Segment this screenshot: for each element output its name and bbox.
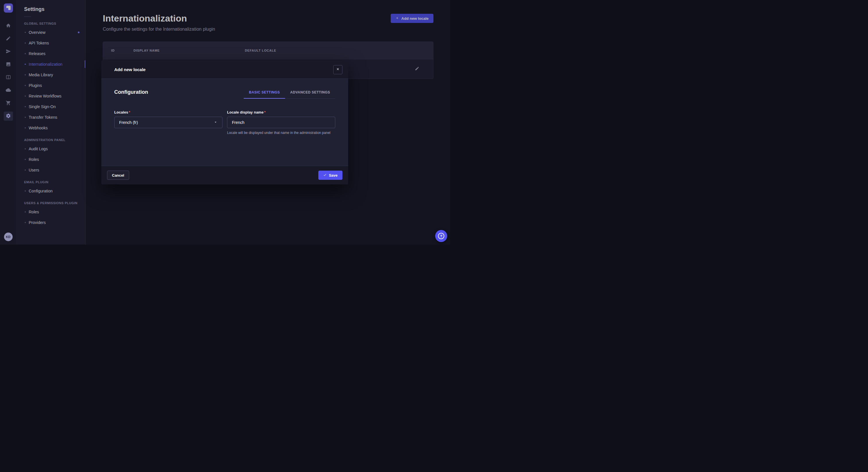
display-name-hint: Locale will be displayed under that name… xyxy=(227,131,335,135)
required-asterisk: * xyxy=(129,110,130,114)
modal-header: Add new locale xyxy=(101,61,348,79)
chevron-down-icon xyxy=(214,120,218,125)
locale-display-name-input[interactable] xyxy=(227,117,335,128)
save-button[interactable]: Save xyxy=(318,171,342,180)
tab-advanced-settings[interactable]: ADVANCED SETTINGS xyxy=(285,90,335,99)
close-button[interactable] xyxy=(333,65,342,74)
modal-title: Add new locale xyxy=(114,67,146,72)
help-button[interactable]: ? xyxy=(435,230,447,242)
modal-body: Configuration BASIC SETTINGS ADVANCED SE… xyxy=(101,79,348,166)
required-asterisk: * xyxy=(264,110,266,114)
add-locale-modal: Add new locale Configuration BASIC SETTI… xyxy=(101,61,348,184)
cancel-button[interactable]: Cancel xyxy=(107,171,129,180)
configuration-heading: Configuration xyxy=(114,89,148,95)
locales-select[interactable]: French (fr) xyxy=(114,117,222,128)
question-mark-icon: ? xyxy=(438,233,444,239)
close-icon xyxy=(336,67,340,72)
tab-basic-settings[interactable]: BASIC SETTINGS xyxy=(244,90,285,99)
locales-label: Locales* xyxy=(114,110,222,114)
app-screen: KD Settings GLOBAL SETTINGS Overview API… xyxy=(0,0,450,245)
modal-form: Locales* French (fr) Locale display name… xyxy=(114,110,335,135)
locales-field: Locales* French (fr) xyxy=(114,110,222,135)
display-name-field: Locale display name* Locale will be disp… xyxy=(227,110,335,135)
check-icon xyxy=(323,173,327,177)
modal-footer: Cancel Save xyxy=(101,166,348,184)
modal-tabs: BASIC SETTINGS ADVANCED SETTINGS xyxy=(244,90,335,99)
modal-body-header: Configuration BASIC SETTINGS ADVANCED SE… xyxy=(114,89,335,99)
display-name-label: Locale display name* xyxy=(227,110,335,114)
